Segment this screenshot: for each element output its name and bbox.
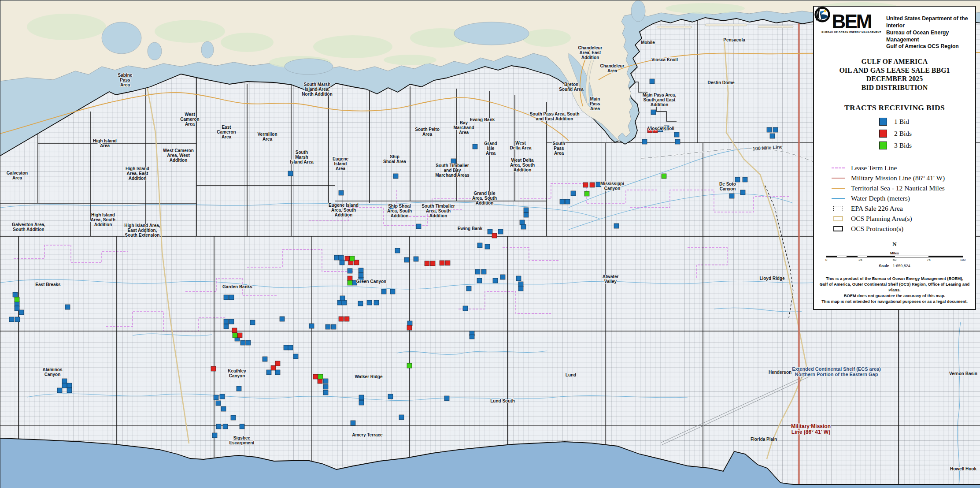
bid-cell-1: [224, 324, 229, 329]
area-label: Vernon Basin: [949, 371, 977, 376]
bid-cell-1: [275, 370, 280, 375]
bid-cell-1: [342, 300, 347, 305]
bid-cell-2: [492, 233, 497, 238]
bid-color-swatch: [879, 130, 887, 138]
bid-cell-2: [275, 361, 280, 366]
bid-cell-2: [430, 261, 435, 266]
area-label: Florida Plain: [751, 437, 777, 442]
scale-text: Scale1:659,824: [826, 264, 963, 268]
scale-value: 1:659,824: [893, 264, 910, 268]
bid-cell-3: [15, 297, 19, 302]
bid-cell-1: [414, 257, 418, 261]
bid-cell-1: [250, 320, 255, 325]
bid-cell-1: [334, 255, 339, 260]
line-legend-label: EPA Sale 226 Area: [851, 205, 903, 212]
bid-cell-1: [288, 345, 293, 350]
bid-cell-1: [15, 306, 19, 311]
line-legend-label: OCS Protraction(s): [851, 225, 903, 233]
bid-cell-1: [240, 424, 244, 429]
bid-cell-1: [475, 269, 480, 274]
bids-heading: TRACTS RECEIVING BIDS: [814, 103, 975, 112]
north-arrow: N: [814, 241, 975, 248]
bid-cell-2: [211, 366, 216, 371]
agency-line: Bureau of Ocean Energy Management: [886, 30, 971, 44]
disclaimer-line: This map is not intended for navigationa…: [817, 299, 972, 305]
bid-cell-1: [246, 340, 251, 345]
area-label: AtwaterValley: [603, 274, 619, 284]
scale-tick-label: 0: [825, 258, 827, 262]
area-label: Ewing Bank: [458, 226, 483, 231]
line-legend-swatch: [832, 216, 845, 221]
bid-cell-1: [493, 278, 498, 283]
bid-cell-2: [354, 260, 359, 265]
bid-cell-1: [220, 394, 225, 399]
area-label: MainPassArea: [590, 97, 600, 111]
bid-cell-1: [358, 301, 363, 306]
area-label: Pensacola: [723, 37, 745, 42]
line-legend-label: Lease Term Line: [851, 164, 897, 172]
bid-cell-1: [62, 383, 67, 388]
bid-cell-1: [729, 194, 734, 198]
bid-cell-1: [57, 388, 62, 393]
bid-cell-1: [381, 289, 386, 294]
bid-cell-3: [662, 174, 666, 179]
line-legend-label: OCS Planning Area(s): [851, 215, 912, 223]
area-label: ChandeleurArea, EastAddition: [578, 45, 602, 60]
bid-cell-1: [288, 171, 293, 176]
area-label: West DeltaArea, SouthAddition: [510, 158, 535, 172]
bid-cell-1: [444, 396, 449, 401]
line-legend-row: OCS Protraction(s): [832, 224, 975, 234]
agency-lines: United States Department of the Interior…: [886, 13, 971, 50]
map-sheet: SabinePassAreaHigh IslandAreaHigh Island…: [0, 0, 980, 488]
bid-cell-1: [470, 334, 474, 339]
scale-label: Scale: [879, 264, 889, 268]
bid-cell-1: [477, 243, 482, 248]
bid-cell-1: [393, 174, 398, 179]
area-label: Viosca Knoll: [651, 57, 678, 62]
bid-cell-1: [463, 306, 468, 311]
bid-cell-1: [214, 395, 218, 400]
bid-cell-1: [390, 289, 395, 294]
bid-cell-1: [325, 324, 330, 329]
bid-cell-1: [500, 275, 505, 279]
bid-cell-2: [583, 183, 588, 187]
map-title-line: BID DISTRIBUTION: [814, 83, 975, 92]
bid-color-swatch: [879, 142, 887, 149]
bid-cell-2: [445, 261, 450, 265]
bid-cell-1: [293, 354, 298, 359]
bid-cell-1: [642, 139, 647, 144]
bid-cell-1: [19, 310, 24, 315]
bid-cell-1: [340, 260, 344, 265]
bid-cell-2: [232, 328, 237, 333]
bid-cell-1: [521, 224, 526, 229]
bid-cell-1: [323, 384, 328, 389]
bid-cell-1: [337, 300, 342, 305]
scale-bar: Miles 0255075100 Scale1:659,824: [814, 251, 975, 268]
bid-cell-1: [767, 127, 772, 132]
bid-cell-1: [374, 300, 379, 305]
bid-cell-2: [440, 261, 444, 265]
bid-legend-label: 3 Bids: [894, 142, 912, 149]
bid-cell-1: [339, 255, 344, 260]
bid-cell-1: [67, 383, 72, 388]
boem-logo-left: B: [832, 13, 845, 30]
map-title-line: OIL AND GAS LEASE SALE BBG1: [814, 66, 975, 75]
area-label: Extended Continental Shelf (ECS area)Nor…: [792, 366, 881, 377]
bid-cell-1: [13, 292, 18, 297]
panel-header: B EM BUREAU OF OCEAN ENERGY MANAGEMENT U…: [814, 7, 975, 50]
area-label: Lund South: [490, 399, 515, 403]
area-label: De SotoCanyon: [719, 182, 736, 191]
scale-tick-label: 25: [858, 258, 862, 262]
bid-cell-1: [614, 224, 619, 228]
disclaimer-line: This is a product of the Bureau of Ocean…: [817, 276, 972, 282]
bid-cell-1: [359, 395, 364, 400]
bid-cell-2: [590, 183, 595, 187]
line-legend-row: EPA Sale 226 Area: [832, 203, 975, 213]
bid-cell-1: [224, 319, 229, 324]
bid-cell-1: [280, 317, 285, 321]
bid-cell-1: [395, 248, 400, 253]
bid-cell-1: [407, 321, 412, 326]
bid-cell-1: [674, 132, 679, 137]
bid-cell-1: [524, 208, 529, 212]
area-label: SouthPassArea: [553, 141, 565, 156]
